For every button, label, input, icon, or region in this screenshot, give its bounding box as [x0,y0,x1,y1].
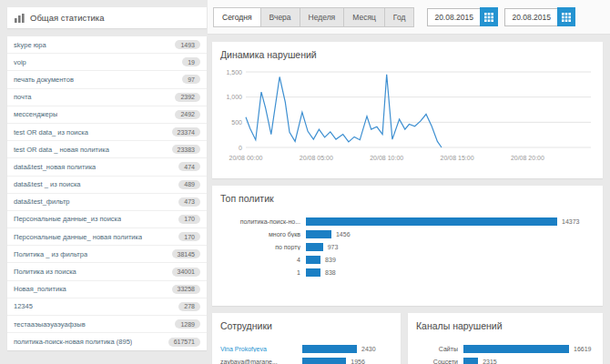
policy-label: voip [14,58,26,66]
bar-value: 973 [328,244,339,250]
svg-text:20/08 10:00: 20/08 10:00 [370,155,403,161]
policy-list-item[interactable]: skype юра1493 [7,36,207,54]
policy-count-badge: 2392 [175,93,200,102]
policy-label: почта [14,93,32,101]
svg-text:20/08 00:00: 20/08 00:00 [229,155,263,161]
bar-row: много букв1456 [220,229,595,238]
period-tabs: СегодняВчераНеделяМесяцГод [214,7,414,27]
policy-label: data&test _ из поиска [14,180,81,188]
policy-label: skype юра [14,41,46,49]
policy-count-badge: 34001 [172,268,200,277]
bar-label: по порту [220,244,300,250]
svg-text:500: 500 [231,119,242,126]
date-from-calendar-button[interactable] [480,7,498,26]
bar[interactable] [302,345,357,353]
policy-label: 12345 [14,302,33,310]
policy-list-item[interactable]: test OR data_ из поиска23374 [7,124,207,141]
policy-count-badge: 170 [178,232,200,241]
policy-count-badge: 278 [178,302,200,311]
bar-value: 1456 [336,231,351,238]
policy-list-item[interactable]: voip19 [7,54,207,71]
policy-list-item[interactable]: Новая_политика33258 [7,281,207,298]
bar-value: 2315 [483,359,497,364]
policy-list-item[interactable]: Политика _ из фильтра38145 [7,246,207,263]
policy-label: политика-поиск-новая политика (895) [14,338,132,346]
bar-label: много букв [220,231,300,238]
employee-link[interactable]: Vina Prokofyeva [220,346,297,352]
bar[interactable] [306,268,320,277]
policy-count-badge: 23383 [172,145,200,154]
policy-list-item[interactable]: мессенджеры2492 [7,106,207,124]
bar-row: 1838 [220,268,595,277]
policy-label: тестааэыаэуаэуафзыв [14,320,86,329]
top-policies-card-title: Топ политик [220,193,595,204]
bar-value: 1956 [351,359,365,364]
policy-label: data&test_фильтр [14,197,70,206]
tab-Месяц[interactable]: Месяц [343,7,385,27]
policy-count-badge: 97 [182,75,200,84]
employees-card-title: Сотрудники [220,320,392,331]
tab-Сегодня[interactable]: Сегодня [213,7,261,27]
policy-count-badge: 38145 [172,249,200,258]
policy-label: test OR data_ из поиска [14,128,88,136]
policy-list-item[interactable]: Персональные данные_из поиска170 [7,211,207,228]
bar-row: политика-поиск-но...14373 [220,217,595,226]
svg-text:0: 0 [239,145,242,151]
policy-count-badge: 23374 [172,127,200,136]
policy-count-badge: 170 [178,215,200,224]
bar-label: политика-поиск-но... [220,218,300,225]
policy-list-item[interactable]: тестааэыаэуаэуафзыв1289 [7,316,207,333]
policy-label: Персональные данные_ новая политика [14,233,142,241]
bar[interactable] [302,358,346,364]
policy-list-item[interactable]: Персональные данные_ новая политика170 [7,228,207,246]
policy-label: Политика из поиска [14,268,76,276]
date-to-input[interactable]: 20.08.2015 [504,8,557,26]
bar[interactable] [463,345,569,353]
policy-list-item[interactable]: Политика из поиска34001 [7,263,207,280]
policy-label: Персональные данные_из поиска [14,215,121,223]
date-from-input[interactable]: 20.08.2015 [427,8,480,26]
dynamics-card-title: Динамика нарушений [220,49,595,60]
bar-value: 16619 [574,346,591,352]
policy-list-item[interactable]: data&test _ из поиска489 [7,177,207,194]
policy-count-badge: 489 [178,180,200,189]
bar[interactable] [306,217,557,226]
policy-count-badge: 1289 [175,319,200,329]
calendar-icon [562,13,571,22]
bar-value: 839 [325,257,336,263]
bar[interactable] [463,358,478,364]
bar-value: 14373 [562,218,579,225]
tab-Вчера[interactable]: Вчера [260,7,300,27]
bar-chart-icon [15,14,25,23]
bar[interactable] [306,256,320,264]
policy-list-item[interactable]: почта2392 [7,89,207,106]
tab-Неделя[interactable]: Неделя [300,7,345,27]
policy-label: test OR data _ новая политика [14,146,109,154]
employees-card: Сотрудники Vina Prokofyeva2430zaybava@ma… [212,313,401,364]
bar-label: 1 [220,269,300,276]
bar-label: zaybava@marane... [220,359,297,364]
violation-channels-bar-chart: Сайты16619Соцсети2315 [416,344,595,364]
sidebar: Общая статистика skype юра1493voip19печа… [7,7,207,350]
policy-label: data&test_новая политика [14,163,96,171]
policy-list-item[interactable]: test OR data _ новая политика23383 [7,141,207,158]
policy-list-item[interactable]: data&test_фильтр473 [7,194,207,211]
tab-Год[interactable]: Год [384,7,415,27]
bar[interactable] [306,243,323,251]
sidebar-header-general-stats[interactable]: Общая статистика [7,7,207,28]
svg-text:1,000: 1,000 [226,94,242,100]
employees-bar-chart: Vina Prokofyeva2430zaybava@marane...1956 [220,344,392,364]
top-policies-bar-chart: политика-поиск-но...14373много букв1456п… [220,217,595,277]
policy-label: Новая_политика [14,285,66,293]
policy-list-item[interactable]: печать документов97 [7,71,207,88]
bar-value: 2430 [361,346,376,352]
policy-list-item[interactable]: data&test_новая политика474 [7,158,207,176]
top-policies-card: Топ политик политика-поиск-но...14373мно… [212,186,603,306]
date-to-calendar-button[interactable] [557,7,575,26]
svg-text:1,500: 1,500 [226,69,242,76]
bar[interactable] [306,230,331,238]
policy-list-item[interactable]: 12345278 [7,298,207,316]
bar-label: Соцсети [416,359,458,364]
date-range-controls: 20.08.2015 20.08.2015 [427,7,575,26]
policy-list-item[interactable]: политика-поиск-новая политика (895)61757… [7,333,207,350]
